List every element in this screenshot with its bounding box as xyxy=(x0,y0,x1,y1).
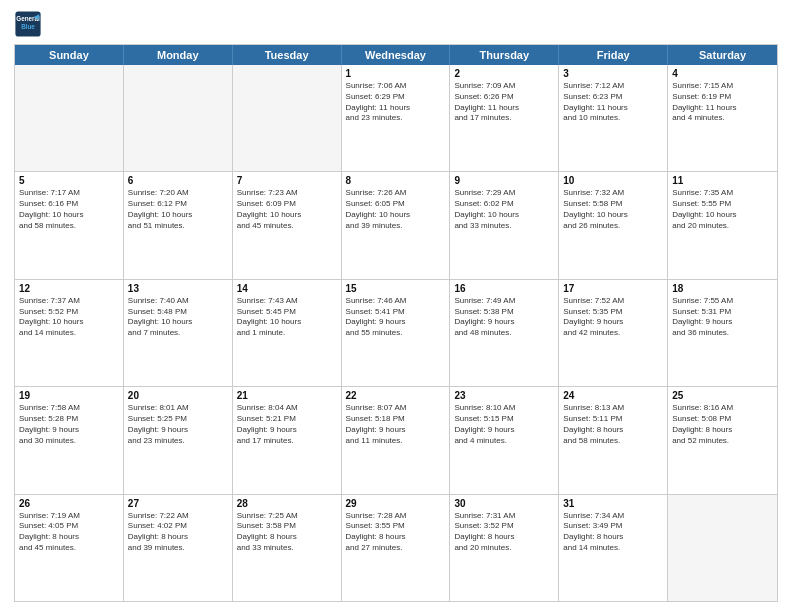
calendar-body: 1Sunrise: 7:06 AM Sunset: 6:29 PM Daylig… xyxy=(15,65,777,601)
day-number: 6 xyxy=(128,175,228,186)
weekday-header: Tuesday xyxy=(233,45,342,65)
calendar-cell: 18Sunrise: 7:55 AM Sunset: 5:31 PM Dayli… xyxy=(668,280,777,386)
calendar-row: 5Sunrise: 7:17 AM Sunset: 6:16 PM Daylig… xyxy=(15,171,777,278)
calendar-cell: 27Sunrise: 7:22 AM Sunset: 4:02 PM Dayli… xyxy=(124,495,233,601)
calendar-cell: 10Sunrise: 7:32 AM Sunset: 5:58 PM Dayli… xyxy=(559,172,668,278)
calendar-cell: 7Sunrise: 7:23 AM Sunset: 6:09 PM Daylig… xyxy=(233,172,342,278)
calendar-cell: 23Sunrise: 8:10 AM Sunset: 5:15 PM Dayli… xyxy=(450,387,559,493)
day-number: 24 xyxy=(563,390,663,401)
day-number: 11 xyxy=(672,175,773,186)
calendar-row: 12Sunrise: 7:37 AM Sunset: 5:52 PM Dayli… xyxy=(15,279,777,386)
calendar-row: 26Sunrise: 7:19 AM Sunset: 4:05 PM Dayli… xyxy=(15,494,777,601)
day-number: 10 xyxy=(563,175,663,186)
cell-info: Sunrise: 7:15 AM Sunset: 6:19 PM Dayligh… xyxy=(672,81,773,124)
calendar-row: 1Sunrise: 7:06 AM Sunset: 6:29 PM Daylig… xyxy=(15,65,777,171)
calendar-cell: 16Sunrise: 7:49 AM Sunset: 5:38 PM Dayli… xyxy=(450,280,559,386)
cell-info: Sunrise: 7:20 AM Sunset: 6:12 PM Dayligh… xyxy=(128,188,228,231)
calendar-cell: 15Sunrise: 7:46 AM Sunset: 5:41 PM Dayli… xyxy=(342,280,451,386)
logo: General Blue xyxy=(14,10,42,38)
cell-info: Sunrise: 7:34 AM Sunset: 3:49 PM Dayligh… xyxy=(563,511,663,554)
calendar-cell: 17Sunrise: 7:52 AM Sunset: 5:35 PM Dayli… xyxy=(559,280,668,386)
calendar-cell: 25Sunrise: 8:16 AM Sunset: 5:08 PM Dayli… xyxy=(668,387,777,493)
calendar-cell: 31Sunrise: 7:34 AM Sunset: 3:49 PM Dayli… xyxy=(559,495,668,601)
cell-info: Sunrise: 7:35 AM Sunset: 5:55 PM Dayligh… xyxy=(672,188,773,231)
day-number: 15 xyxy=(346,283,446,294)
day-number: 2 xyxy=(454,68,554,79)
cell-info: Sunrise: 7:31 AM Sunset: 3:52 PM Dayligh… xyxy=(454,511,554,554)
day-number: 25 xyxy=(672,390,773,401)
calendar: SundayMondayTuesdayWednesdayThursdayFrid… xyxy=(14,44,778,602)
calendar-cell: 30Sunrise: 7:31 AM Sunset: 3:52 PM Dayli… xyxy=(450,495,559,601)
cell-info: Sunrise: 8:04 AM Sunset: 5:21 PM Dayligh… xyxy=(237,403,337,446)
day-number: 7 xyxy=(237,175,337,186)
calendar-cell: 3Sunrise: 7:12 AM Sunset: 6:23 PM Daylig… xyxy=(559,65,668,171)
day-number: 12 xyxy=(19,283,119,294)
weekday-header: Monday xyxy=(124,45,233,65)
cell-info: Sunrise: 7:29 AM Sunset: 6:02 PM Dayligh… xyxy=(454,188,554,231)
weekday-header: Friday xyxy=(559,45,668,65)
day-number: 26 xyxy=(19,498,119,509)
calendar-cell: 21Sunrise: 8:04 AM Sunset: 5:21 PM Dayli… xyxy=(233,387,342,493)
cell-info: Sunrise: 7:26 AM Sunset: 6:05 PM Dayligh… xyxy=(346,188,446,231)
day-number: 27 xyxy=(128,498,228,509)
cell-info: Sunrise: 7:55 AM Sunset: 5:31 PM Dayligh… xyxy=(672,296,773,339)
calendar-cell xyxy=(233,65,342,171)
header: General Blue xyxy=(14,10,778,38)
cell-info: Sunrise: 7:23 AM Sunset: 6:09 PM Dayligh… xyxy=(237,188,337,231)
cell-info: Sunrise: 8:07 AM Sunset: 5:18 PM Dayligh… xyxy=(346,403,446,446)
day-number: 5 xyxy=(19,175,119,186)
calendar-cell: 14Sunrise: 7:43 AM Sunset: 5:45 PM Dayli… xyxy=(233,280,342,386)
cell-info: Sunrise: 7:28 AM Sunset: 3:55 PM Dayligh… xyxy=(346,511,446,554)
day-number: 17 xyxy=(563,283,663,294)
cell-info: Sunrise: 7:46 AM Sunset: 5:41 PM Dayligh… xyxy=(346,296,446,339)
cell-info: Sunrise: 7:58 AM Sunset: 5:28 PM Dayligh… xyxy=(19,403,119,446)
cell-info: Sunrise: 7:19 AM Sunset: 4:05 PM Dayligh… xyxy=(19,511,119,554)
calendar-cell: 1Sunrise: 7:06 AM Sunset: 6:29 PM Daylig… xyxy=(342,65,451,171)
day-number: 14 xyxy=(237,283,337,294)
cell-info: Sunrise: 7:37 AM Sunset: 5:52 PM Dayligh… xyxy=(19,296,119,339)
calendar-cell: 26Sunrise: 7:19 AM Sunset: 4:05 PM Dayli… xyxy=(15,495,124,601)
day-number: 18 xyxy=(672,283,773,294)
day-number: 4 xyxy=(672,68,773,79)
day-number: 28 xyxy=(237,498,337,509)
day-number: 31 xyxy=(563,498,663,509)
day-number: 1 xyxy=(346,68,446,79)
cell-info: Sunrise: 7:09 AM Sunset: 6:26 PM Dayligh… xyxy=(454,81,554,124)
cell-info: Sunrise: 7:40 AM Sunset: 5:48 PM Dayligh… xyxy=(128,296,228,339)
logo-icon: General Blue xyxy=(14,10,42,38)
weekday-header: Sunday xyxy=(15,45,124,65)
cell-info: Sunrise: 7:49 AM Sunset: 5:38 PM Dayligh… xyxy=(454,296,554,339)
calendar-cell: 20Sunrise: 8:01 AM Sunset: 5:25 PM Dayli… xyxy=(124,387,233,493)
calendar-cell: 28Sunrise: 7:25 AM Sunset: 3:58 PM Dayli… xyxy=(233,495,342,601)
calendar-header: SundayMondayTuesdayWednesdayThursdayFrid… xyxy=(15,45,777,65)
day-number: 8 xyxy=(346,175,446,186)
cell-info: Sunrise: 7:52 AM Sunset: 5:35 PM Dayligh… xyxy=(563,296,663,339)
calendar-cell: 22Sunrise: 8:07 AM Sunset: 5:18 PM Dayli… xyxy=(342,387,451,493)
weekday-header: Saturday xyxy=(668,45,777,65)
day-number: 13 xyxy=(128,283,228,294)
calendar-cell: 6Sunrise: 7:20 AM Sunset: 6:12 PM Daylig… xyxy=(124,172,233,278)
calendar-row: 19Sunrise: 7:58 AM Sunset: 5:28 PM Dayli… xyxy=(15,386,777,493)
calendar-cell: 12Sunrise: 7:37 AM Sunset: 5:52 PM Dayli… xyxy=(15,280,124,386)
calendar-page: General Blue SundayMondayTuesdayWednesda… xyxy=(0,0,792,612)
calendar-cell: 4Sunrise: 7:15 AM Sunset: 6:19 PM Daylig… xyxy=(668,65,777,171)
day-number: 20 xyxy=(128,390,228,401)
day-number: 23 xyxy=(454,390,554,401)
calendar-cell: 2Sunrise: 7:09 AM Sunset: 6:26 PM Daylig… xyxy=(450,65,559,171)
calendar-cell xyxy=(668,495,777,601)
cell-info: Sunrise: 7:25 AM Sunset: 3:58 PM Dayligh… xyxy=(237,511,337,554)
cell-info: Sunrise: 8:13 AM Sunset: 5:11 PM Dayligh… xyxy=(563,403,663,446)
day-number: 9 xyxy=(454,175,554,186)
calendar-cell: 5Sunrise: 7:17 AM Sunset: 6:16 PM Daylig… xyxy=(15,172,124,278)
day-number: 16 xyxy=(454,283,554,294)
calendar-cell: 29Sunrise: 7:28 AM Sunset: 3:55 PM Dayli… xyxy=(342,495,451,601)
day-number: 29 xyxy=(346,498,446,509)
cell-info: Sunrise: 7:17 AM Sunset: 6:16 PM Dayligh… xyxy=(19,188,119,231)
calendar-cell: 13Sunrise: 7:40 AM Sunset: 5:48 PM Dayli… xyxy=(124,280,233,386)
weekday-header: Wednesday xyxy=(342,45,451,65)
calendar-cell: 8Sunrise: 7:26 AM Sunset: 6:05 PM Daylig… xyxy=(342,172,451,278)
cell-info: Sunrise: 8:01 AM Sunset: 5:25 PM Dayligh… xyxy=(128,403,228,446)
day-number: 22 xyxy=(346,390,446,401)
calendar-cell xyxy=(15,65,124,171)
svg-text:Blue: Blue xyxy=(21,23,35,30)
